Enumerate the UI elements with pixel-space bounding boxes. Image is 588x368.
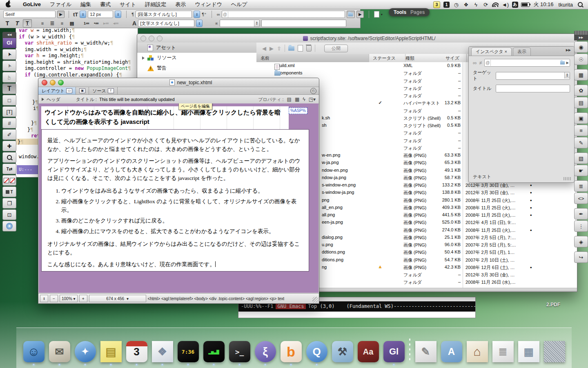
history-clock-button[interactable]: ◴ [310,88,316,94]
layers-palette-button[interactable]: ▧ [574,153,588,164]
menu-1[interactable]: ファイル [45,1,76,7]
column-header-status[interactable]: ステータス [369,54,405,62]
new-page-button[interactable] [298,45,303,52]
document-window[interactable]: new_topic.xhtml レイアウト▭ ▣ ソースT ◴ ヘッダ タイトル… [38,78,319,304]
collapse-right-palette-button[interactable]: ▶▶ [574,35,588,40]
topic-content-block[interactable]: 最近、ヘルプビューアのウインドウが小さくても見やすいヘルプのレイアウトに苦心して… [41,129,309,272]
fill-text-well[interactable]: T [2,186,16,197]
zoom-button[interactable] [58,80,64,85]
link-arrow-button[interactable]: ▶ [356,11,364,18]
italic-button[interactable]: T [13,20,21,27]
numbered-list-button[interactable]: 1≔ [82,20,91,27]
dock-applications-folder[interactable]: A [440,341,463,366]
actions-lightning-icon[interactable]: ϟ [303,96,305,102]
browser-preview-button[interactable]: ✦ [2,221,16,231]
dock-led-widget[interactable]: 7:36 [177,341,200,366]
color-palette-button[interactable]: ✿ [574,85,588,96]
char-style-stepper[interactable]: ▲▼ [196,20,203,27]
eyedropper-tool[interactable]: ✐ [2,129,16,140]
filmstrip-icon[interactable]: ▦ [295,96,299,102]
select-arrow-tool[interactable]: ➤ [2,49,16,60]
widgets-menu-extra[interactable]: 1 [443,1,450,8]
dock-photos[interactable]: ❖ [151,341,174,366]
view-palette-button[interactable]: ☉ [574,54,588,65]
layout-view-button[interactable]: ❐ [2,198,16,209]
tab-view[interactable]: 表示 [513,47,531,56]
pen-palette-button[interactable]: ✎ [574,137,588,148]
menubar-user[interactable]: tkurita [557,1,574,8]
minimize-button[interactable] [149,36,154,41]
align-center-button[interactable]: ☰ [48,20,56,27]
back-button[interactable]: ◀ [262,45,266,52]
stickies-menu-extra[interactable]: 3 [433,1,440,8]
dock-stickies[interactable]: ▤ [100,341,122,366]
dock-graph-widget[interactable]: ▂▅▃▇ [203,341,225,366]
markup-breadcrumb[interactable]: <html> <agl:templateref> <body> <div .to… [148,296,285,301]
apple-menu-icon[interactable] [6,2,11,7]
menu-6[interactable]: 表示 [171,1,190,7]
up-folder-button[interactable]: ⇧ [277,45,281,52]
menu-7[interactable]: ウィンドウ [190,1,227,7]
font-size-select-stepper[interactable]: ▲▼ [115,11,121,18]
teletype-button[interactable]: T̲ [23,19,32,27]
outline-palette-button[interactable]: ⋮ [574,220,588,232]
window-size-select[interactable]: 674 x 456 ▾ [89,295,146,302]
volume-menu-extra[interactable]: ◄) [501,1,509,8]
dock-ical[interactable]: 3 [125,341,148,366]
font-family-select[interactable]: Serif [3,11,56,18]
stroke-fill-none-wells[interactable] [2,175,16,186]
column-header-name[interactable]: 名前 [256,54,369,62]
collapse-left-palette-button[interactable]: ◀◀ [2,32,16,38]
char-style-select[interactable]: [文字スタイルなし] [138,20,194,27]
close-tab-icon[interactable]: × [505,49,507,54]
source-snippets-button[interactable]: <> [574,193,588,204]
anchor-title-input[interactable] [261,20,346,27]
publish-server-button[interactable]: ↪ [574,251,588,263]
palette-overflow-arrows[interactable]: ▶▶ [566,48,571,52]
publish-button[interactable]: 公開 [324,45,348,52]
wifi-menu-extra[interactable] [492,1,499,8]
input-source-menu-extra[interactable]: あ [511,1,519,8]
font-size-stepper[interactable]: ▲▼ [80,11,86,18]
library-palette-button[interactable]: ≣ [574,180,588,192]
target-input[interactable]: ▲▼ [496,72,570,80]
dock-safari[interactable]: ✦ [74,341,97,366]
justify-button[interactable]: ▤ [68,20,76,27]
disclosure-triangle[interactable] [42,98,44,101]
document-titlebar[interactable]: new_topic.xhtml [38,78,319,87]
menu-app[interactable]: GoLive [18,1,45,7]
tab-source[interactable]: ソースT [89,87,118,94]
text-tool[interactable]: T [2,83,16,94]
site-reports-button[interactable]: ▦ [574,69,588,81]
marquee-tool[interactable]: □ [2,95,16,105]
resize-grip[interactable] [312,297,318,303]
inspector-url-input[interactable]: @ ▶ [484,59,570,67]
forms-palette-button[interactable]: ✒ [574,208,588,220]
stepper-icon[interactable]: ▲▼ [254,20,259,27]
browse-folder-icon[interactable] [560,61,565,64]
fastscripts-menu-extra[interactable]: ϟ [472,1,479,8]
palette-grip[interactable] [574,31,588,35]
page-properties-icon[interactable]: ▤ [287,96,292,102]
close-button[interactable] [42,80,47,85]
dock-mail[interactable]: ✉ [48,341,71,366]
dock-script-editor[interactable]: ✎ [414,341,437,366]
menu-3[interactable]: 書式 [96,1,115,7]
zoom-level-select[interactable]: 100% ▾ [60,295,78,302]
font-family-arrow-button[interactable]: ▶ [57,11,65,18]
menu-2[interactable]: 編集 [76,1,96,7]
pick-arrow-icon[interactable]: ▶ [566,61,569,65]
sidebar-item-assets[interactable]: アセット [137,43,256,53]
title-input[interactable] [496,85,570,92]
minimize-button[interactable] [50,80,56,85]
dock-home[interactable]: ⌂ [466,341,489,366]
time-machine-menu-extra[interactable]: ◷ [452,1,460,8]
source-view-button[interactable]: ⊡ [2,209,16,220]
dock-editor-b[interactable]: b [280,341,303,366]
target-stepper[interactable]: ▲▼ [564,72,570,79]
tab-tools[interactable]: Tools [392,9,408,15]
zoom-in-button[interactable]: + [79,295,87,302]
tab-layout[interactable]: レイアウト▭ [38,87,76,94]
text-color-well[interactable]: T⇄ [2,164,16,174]
spaces-menu-extra[interactable]: ❖ [462,1,470,8]
